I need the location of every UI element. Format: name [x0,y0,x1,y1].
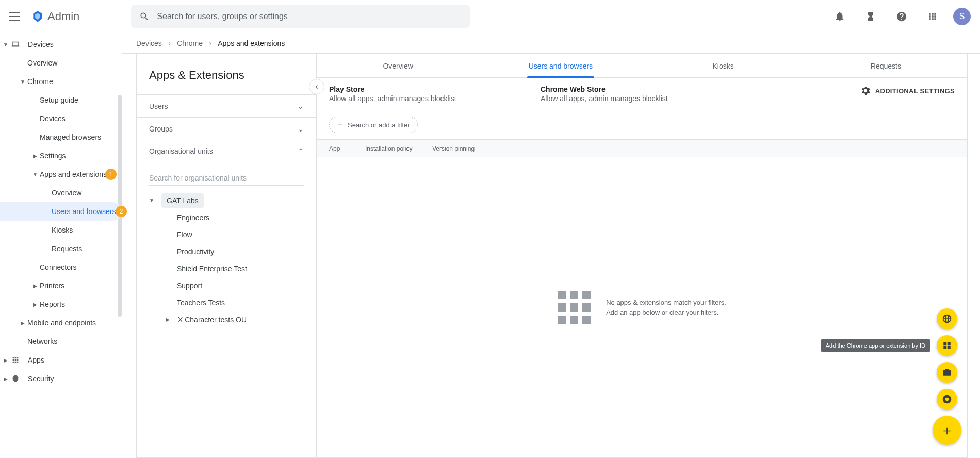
ou-child[interactable]: Flow [137,226,316,243]
ou-section[interactable]: Organisational units ⌃ [137,140,316,162]
caret-right-icon: ▶ [30,302,40,307]
sidebar-item-ae-users-browsers[interactable]: Users and browsers 2 [0,202,122,221]
fab-add-from-play[interactable] [937,362,957,383]
caret-right-icon: ▶ [30,283,40,289]
sidebar-item-setup-guide[interactable]: Setup guide [0,91,122,109]
sidebar-item-ae-requests[interactable]: Requests [0,239,122,258]
sidebar-item-apps[interactable]: ▶ Apps [0,351,122,369]
additional-settings-button[interactable]: ADDITIONAL SETTINGS [860,85,955,96]
sidebar-item-printers[interactable]: ▶Printers [0,276,122,295]
svg-point-1 [945,398,949,401]
fab-stack: 4 Add the Chrome app or extension by ID … [933,308,961,445]
caret-right-icon: ▶ [166,317,178,322]
fab-add[interactable]: ＋ [933,416,961,445]
empty-text: No apps & extensions match your filters.… [606,298,726,318]
apps-extensions-panel: Apps & Extensions Users ⌄ Groups ⌄ Organ… [136,54,317,458]
tab-users-browsers[interactable]: Users and browsers [479,54,642,77]
help-icon[interactable] [891,6,912,27]
ou-tree: ▼ GAT Labs Engineers Flow Productivity S… [137,190,316,328]
step-badge-1: 1 [105,169,117,180]
sidebar-item-chrome[interactable]: ▼Chrome [0,72,122,91]
hourglass-icon[interactable] [860,6,881,27]
menu-icon[interactable] [9,10,22,23]
users-section[interactable]: Users ⌄ [137,94,316,117]
sidebar-item-devices[interactable]: ▼ Devices [0,35,122,54]
breadcrumb-link[interactable]: Devices [136,39,162,47]
col-version-pinning: Version pinning [432,145,475,152]
ou-child[interactable]: Support [137,277,316,294]
breadcrumb: Devices › Chrome › Apps and extensions [122,33,980,54]
groups-section[interactable]: Groups ⌄ [137,117,316,140]
caret-down-icon: ▼ [18,79,27,85]
collapse-left-panel-button[interactable]: ‹ [309,79,324,94]
col-app: App [329,145,365,152]
caret-right-icon: ▶ [30,153,40,159]
admin-logo-icon [31,10,44,23]
apps-grid-icon[interactable] [922,6,943,27]
sidebar-item-networks[interactable]: Networks [0,332,122,351]
sidebar-item-security[interactable]: ▶ Security [0,369,122,388]
filter-row: ＋ Search or add a filter [317,110,967,140]
ou-child-expandable[interactable]: ▶ X Character tests OU [137,311,316,328]
ou-child[interactable]: Teachers Tests [137,294,316,311]
search-icon [139,11,150,22]
web-store-policy[interactable]: Chrome Web Store Allow all apps, admin m… [541,85,721,103]
empty-state: No apps & extensions match your filters.… [317,157,967,457]
chevron-right-icon: › [168,39,171,48]
sidebar-item-connectors[interactable]: Connectors [0,258,122,276]
globe-icon [942,314,952,324]
tab-overview[interactable]: Overview [317,54,479,77]
plus-icon: ＋ [940,421,954,439]
shield-icon [10,373,21,384]
gear-icon [860,85,871,96]
table-header: App Installation policy Version pinning [317,140,967,157]
ou-child[interactable]: Engineers [137,209,316,226]
tab-requests[interactable]: Requests [805,54,967,77]
tab-kiosks[interactable]: Kiosks [642,54,805,77]
sidebar: ▼ Devices Overview ▼Chrome Setup guide D… [0,33,122,458]
sidebar-item-reports[interactable]: ▶Reports [0,295,122,314]
tooltip: Add the Chrome app or extension by ID [821,339,930,352]
bell-icon[interactable] [829,6,850,27]
fab-add-by-id[interactable]: 4 Add the Chrome app or extension by ID [937,335,957,356]
header: Admin S [0,0,980,33]
product-name: Admin [47,10,79,23]
search-bar[interactable] [131,5,470,28]
caret-right-icon: ▶ [1,357,10,363]
search-input[interactable] [157,12,462,21]
add-filter-chip[interactable]: ＋ Search or add a filter [329,117,418,133]
grid-icon [942,341,952,350]
content-area: Devices › Chrome › Apps and extensions A… [122,33,980,458]
sidebar-item-ae-overview[interactable]: Overview [0,184,122,202]
fab-add-from-url[interactable] [937,308,957,329]
sidebar-item-ae-kiosks[interactable]: Kiosks [0,221,122,239]
policy-row: Play Store Allow all apps, admin manages… [317,78,967,110]
avatar[interactable]: S [953,8,971,25]
chevron-up-icon: ⌃ [298,147,304,155]
chevron-down-icon: ⌄ [298,102,304,110]
caret-down-icon: ▼ [1,42,10,47]
chrome-icon [942,394,952,404]
ou-child[interactable]: Shield Enterprise Test [137,260,316,277]
sidebar-item-devices-sub[interactable]: Devices [0,109,122,128]
sidebar-item-overview[interactable]: Overview [0,54,122,72]
fab-add-from-chrome-store[interactable] [937,389,957,410]
chevron-right-icon: › [209,39,211,48]
ou-search-input[interactable] [149,171,304,186]
sidebar-item-apps-extensions[interactable]: ▼Apps and extensions 1 [0,165,122,184]
play-store-policy[interactable]: Play Store Allow all apps, admin manages… [329,85,510,103]
sidebar-item-managed-browsers[interactable]: Managed browsers [0,128,122,146]
sidebar-item-settings[interactable]: ▶Settings [0,146,122,165]
ou-child[interactable]: Productivity [137,243,316,260]
product-logo[interactable]: Admin [31,10,79,23]
tabs: Overview Users and browsers Kiosks Reque… [317,54,967,78]
caret-down-icon: ▼ [30,172,40,177]
apps-list-panel: ‹ Overview Users and browsers Kiosks Req… [317,54,968,458]
caret-right-icon: ▶ [1,376,10,382]
header-actions: S [829,6,971,27]
briefcase-icon [942,367,952,378]
breadcrumb-link[interactable]: Chrome [177,39,203,47]
sidebar-item-mobile[interactable]: ▶Mobile and endpoints [0,314,122,332]
ou-root[interactable]: ▼ GAT Labs [137,192,316,209]
breadcrumb-current: Apps and extensions [218,39,285,47]
